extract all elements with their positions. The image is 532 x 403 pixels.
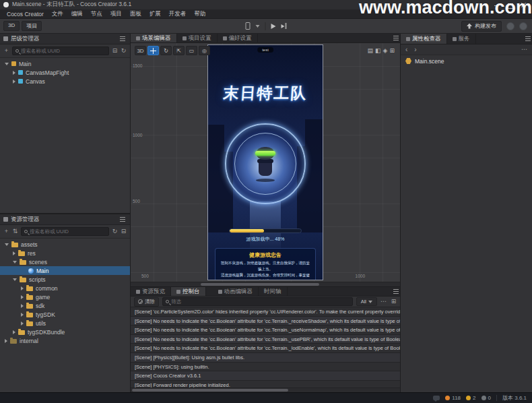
expand-arrow-icon[interactable]: [5, 63, 9, 65]
grid-toggle-icon[interactable]: ▤: [368, 46, 374, 55]
asset-folder-scripts[interactable]: scripts: [0, 275, 130, 284]
minimize-icon[interactable]: [494, 2, 499, 8]
nav-back-icon[interactable]: ‹: [405, 46, 407, 53]
hierarchy-menu-icon[interactable]: [120, 38, 125, 39]
tab-project-settings[interactable]: 项目设置: [177, 34, 218, 42]
menu-edit[interactable]: 编辑: [67, 10, 87, 18]
light-toggle-icon[interactable]: ◧: [375, 46, 381, 55]
info-badge[interactable]: 0: [481, 395, 491, 401]
gizmo-settings-icon[interactable]: ◈: [383, 46, 388, 55]
asset-folder-utils[interactable]: utils: [0, 319, 130, 328]
console-log-row[interactable]: [Scene] No needs to indicate the 'cc.Boo…: [131, 317, 400, 326]
add-node-button[interactable]: +: [3, 48, 9, 54]
scrollbar-thumb[interactable]: [132, 389, 288, 392]
collapsed-arrow-icon[interactable]: [21, 295, 24, 299]
console-log-row[interactable]: [Scene] No needs to indicate the 'cc.Boo…: [131, 344, 400, 353]
world-local-toggle[interactable]: ◎: [199, 46, 210, 55]
assets-search[interactable]: [21, 227, 109, 236]
warning-badge[interactable]: 2: [466, 395, 475, 401]
expand-arrow-icon[interactable]: [13, 261, 17, 264]
tab-timeline[interactable]: 时间轴: [259, 287, 288, 296]
console-log-row[interactable]: [Scene] 'cc.ParticleSystem2D.color' hide…: [131, 307, 400, 317]
collapsed-arrow-icon[interactable]: [5, 339, 7, 343]
game-preview[interactable]: test 末日特工队: [207, 44, 323, 280]
collapsed-arrow-icon[interactable]: [21, 286, 24, 290]
hierarchy-node-main[interactable]: Main: [0, 59, 130, 68]
console-log-row[interactable]: [Scene] Forward render pipeline initiali…: [131, 381, 400, 388]
console-filter[interactable]: [162, 297, 353, 306]
menu-panel[interactable]: 面板: [126, 10, 145, 18]
console-tabbar-menu-icon[interactable]: [393, 291, 399, 292]
scene-viewport[interactable]: 3D ↻ ⇱ ▭ ◎ ▤ ◧ ◈ ⊞ 1500 1000 500 500 100…: [131, 43, 400, 286]
play-button[interactable]: [271, 24, 276, 29]
asset-file-main-scene[interactable]: Main: [0, 266, 130, 275]
asset-folder-tygsdkbundle[interactable]: tygSDKBundle: [0, 328, 130, 336]
user-avatar-icon[interactable]: [519, 22, 527, 30]
collapse-all-icon[interactable]: ⊟: [121, 228, 127, 235]
project-button[interactable]: 项目: [22, 21, 42, 31]
menu-file[interactable]: 文件: [48, 10, 67, 18]
tab-services[interactable]: 服务: [447, 34, 476, 44]
console-log-row[interactable]: [Scene] No needs to indicate the 'cc.Boo…: [131, 326, 400, 335]
asset-folder-game[interactable]: game: [0, 292, 130, 301]
collapsed-arrow-icon[interactable]: [13, 80, 15, 84]
nav-forward-icon[interactable]: ›: [414, 46, 416, 53]
collapsed-arrow-icon[interactable]: [13, 71, 15, 75]
rect-tool-button[interactable]: ▭: [186, 46, 197, 55]
hierarchy-search[interactable]: [12, 46, 109, 55]
sort-icon[interactable]: ⇅: [12, 228, 18, 235]
maximize-icon[interactable]: [507, 2, 512, 8]
asset-folder-res[interactable]: res: [0, 249, 130, 257]
message-icon[interactable]: [433, 396, 440, 400]
rotate-tool-button[interactable]: ↻: [160, 46, 172, 55]
asset-folder-assets[interactable]: assets: [0, 240, 130, 249]
console-filter-input[interactable]: [171, 299, 350, 305]
expand-arrow-icon[interactable]: [13, 278, 17, 281]
menu-extension[interactable]: 扩展: [145, 10, 165, 18]
asset-folder-common[interactable]: common: [0, 284, 130, 292]
console-more-icon[interactable]: ⋯: [380, 299, 387, 305]
hierarchy-node-canvasmapfight[interactable]: CanvasMapFight: [0, 68, 130, 77]
collapse-all-icon[interactable]: ⊟: [112, 48, 118, 54]
expand-arrow-icon[interactable]: [5, 243, 9, 246]
refresh-icon[interactable]: ↻: [112, 228, 118, 235]
asset-folder-tygsdk[interactable]: tygSDK: [0, 310, 130, 319]
add-asset-button[interactable]: +: [3, 228, 9, 235]
inspector-menu-icon[interactable]: [525, 38, 531, 39]
inspector-more-icon[interactable]: ⋯: [521, 46, 527, 53]
error-badge[interactable]: 118: [445, 395, 461, 401]
scene-3d-toggle[interactable]: 3D: [135, 46, 146, 55]
inspector-scene-item[interactable]: Main.scene: [401, 55, 532, 67]
log-level-dropdown[interactable]: All: [356, 297, 377, 306]
console-horizontal-scrollbar[interactable]: [131, 388, 400, 392]
move-tool-button[interactable]: [147, 46, 159, 55]
tab-animation-editor[interactable]: 动画编辑器: [213, 287, 259, 296]
clear-console-button[interactable]: 清除: [134, 297, 159, 307]
scale-tool-button[interactable]: ⇱: [173, 46, 185, 55]
console-log-row[interactable]: [Scene] [PHYSICS]: using builtin.: [131, 363, 400, 372]
menu-help[interactable]: 帮助: [190, 10, 209, 18]
test-pill-button[interactable]: test: [257, 47, 273, 53]
refresh-icon[interactable]: ↻: [121, 48, 127, 54]
tab-scene-editor[interactable]: 场景编辑器: [131, 34, 177, 42]
scene-tabbar-menu-icon[interactable]: [393, 38, 399, 38]
device-caret-icon[interactable]: [256, 25, 260, 28]
collapsed-arrow-icon[interactable]: [21, 304, 24, 308]
collapsed-arrow-icon[interactable]: [13, 251, 15, 255]
asset-folder-internal[interactable]: internal: [0, 336, 130, 345]
console-log-row[interactable]: [Scene] No needs to indicate the 'cc.Boo…: [131, 335, 400, 344]
menu-project[interactable]: 项目: [106, 10, 126, 18]
asset-folder-sdk[interactable]: sdk: [0, 301, 130, 310]
console-log-row[interactable]: [Scene] Cocos Creator v3.6.1: [131, 371, 400, 381]
device-icon[interactable]: [246, 22, 251, 30]
assets-menu-icon[interactable]: [120, 219, 125, 220]
step-button[interactable]: [281, 23, 287, 29]
camera-settings-icon[interactable]: ⊞: [389, 46, 395, 55]
mode-3d-button[interactable]: 3D: [3, 21, 20, 31]
menu-developer[interactable]: 开发者: [165, 10, 191, 18]
close-icon[interactable]: [521, 2, 526, 8]
collapsed-arrow-icon[interactable]: [21, 313, 24, 317]
asset-folder-scenes[interactable]: scenes: [0, 257, 130, 266]
collapsed-arrow-icon[interactable]: [13, 330, 15, 334]
console-expand-icon[interactable]: ⊞: [391, 299, 397, 305]
